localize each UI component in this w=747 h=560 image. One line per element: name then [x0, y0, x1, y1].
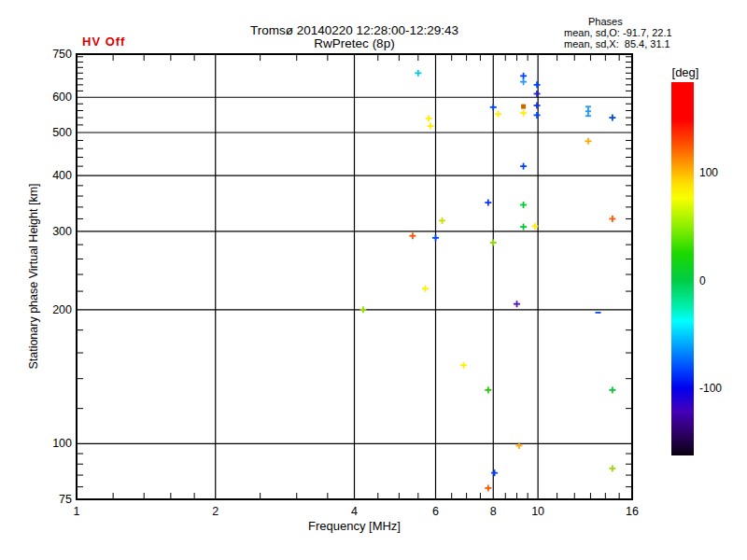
- data-point: [485, 386, 491, 393]
- data-point: [485, 200, 491, 206]
- y-axis-label: Stationary phase Virtual Height [km]: [27, 183, 40, 369]
- colorbar-tick-label: 0: [699, 274, 706, 287]
- data-point: [422, 286, 429, 292]
- data-point: [490, 104, 497, 110]
- data-point: [534, 81, 541, 88]
- x-tick-label: 2: [212, 505, 218, 518]
- x-tick-label: 6: [432, 505, 439, 518]
- y-tick-label: 200: [52, 303, 72, 316]
- data-point: [585, 106, 591, 116]
- data-point: [439, 217, 445, 224]
- data-point: [609, 216, 615, 222]
- x-axis-label: Frequency [MHz]: [77, 519, 632, 533]
- x-tick-label: 8: [490, 505, 497, 518]
- colorbar-tick-label: -100: [699, 382, 722, 395]
- y-tick-label: 100: [52, 437, 72, 450]
- data-point: [585, 138, 591, 145]
- y-tick-label: 600: [52, 91, 72, 104]
- data-point: [534, 103, 541, 109]
- data-point: [409, 232, 416, 239]
- y-tick-label: 300: [52, 225, 72, 238]
- data-point: [495, 111, 501, 118]
- y-tick-label: 500: [52, 126, 72, 139]
- colorbar-unit-label: [deg]: [665, 65, 706, 79]
- data-point: [485, 484, 491, 491]
- data-point: [534, 91, 541, 97]
- data-point: [426, 115, 432, 121]
- data-point: [520, 110, 527, 117]
- ionogram-plot: 12468101675100200300400500600750: [0, 0, 747, 560]
- data-point: [491, 469, 498, 476]
- x-tick-label: 4: [351, 505, 358, 518]
- y-tick-label: 400: [52, 169, 72, 182]
- data-point: [531, 223, 538, 230]
- data-point: [609, 386, 615, 393]
- colorbar-ticks: 1000-100: [671, 82, 727, 455]
- data-point: [520, 163, 527, 170]
- data-point: [514, 301, 520, 307]
- data-point: [432, 234, 439, 241]
- data-point: [428, 123, 434, 130]
- data-point: [609, 465, 615, 471]
- y-tick-label: 75: [59, 493, 72, 506]
- data-point: [520, 78, 527, 85]
- data-point: [520, 224, 527, 231]
- x-tick-label: 16: [626, 505, 639, 518]
- data-point: [609, 115, 615, 121]
- data-point: [520, 202, 527, 208]
- x-tick-label: 1: [74, 505, 80, 518]
- y-tick-label: 750: [52, 48, 72, 61]
- data-point: [490, 239, 497, 245]
- data-point: [521, 105, 526, 109]
- data-point: [520, 73, 527, 79]
- data-point: [460, 362, 467, 369]
- data-point: [415, 70, 421, 77]
- ionogram-screenshot: HV Off Tromsø 20140220 12:28:00-12:29:43…: [0, 0, 747, 560]
- data-point: [534, 112, 541, 119]
- x-tick-label: 10: [531, 505, 544, 518]
- colorbar-tick-label: 100: [699, 166, 718, 179]
- data-point: [359, 306, 366, 313]
